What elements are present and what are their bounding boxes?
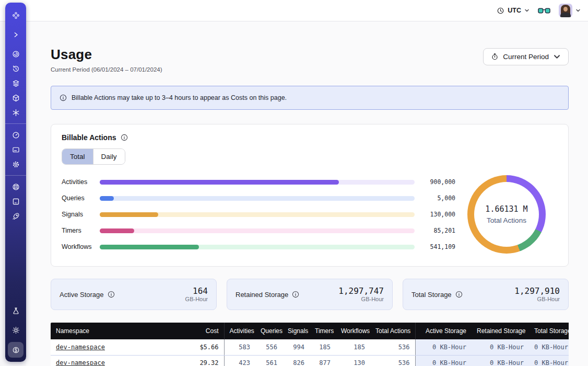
metric-cell: 536 (370, 339, 415, 355)
metric-cell: 185 (310, 339, 336, 355)
metric-cell: 185 (336, 339, 370, 355)
sidebar-item-usage[interactable] (8, 128, 23, 142)
page-subtitle: Current Period (06/01/2024 – 07/01/2024) (51, 66, 162, 73)
user-menu[interactable] (559, 4, 581, 17)
column-header-active-storage: Active Storage (415, 323, 472, 339)
layers-icon (11, 79, 20, 88)
bar-row-workflows: Workflows541,109 (62, 243, 455, 250)
chevron-down-icon (524, 8, 530, 13)
bar-track (100, 228, 415, 233)
sidebar-item-theme[interactable] (8, 323, 23, 337)
info-banner: Billable Actions may take up to 3–4 hour… (51, 86, 569, 110)
clock-icon (497, 7, 504, 15)
sidebar-item-settings[interactable] (8, 157, 23, 171)
storage-card-unit: GB-Hour (185, 296, 208, 302)
cost-cell: $5.66 (183, 339, 224, 355)
namespace-usage-table: NamespaceCostActivitiesQueriesSignalsTim… (51, 323, 569, 366)
sidebar-divider (5, 123, 26, 124)
main-content: Usage Current Period (06/01/2024 – 07/01… (26, 21, 588, 366)
sidebar-item-schedules[interactable] (8, 61, 23, 76)
table-row: dev-namespace$5.665835569941851855360 KB… (51, 339, 569, 355)
sun-icon (11, 326, 20, 335)
bar-row-activities: Activities900,000 (62, 178, 455, 186)
bar-row-queries: Queries5,000 (62, 195, 455, 202)
feedback-button[interactable] (538, 7, 550, 15)
sidebar-item-costs[interactable] (8, 342, 23, 358)
storage-card-label: Retained Storage (236, 291, 288, 299)
bar-fill (100, 180, 339, 185)
namespaces-icon (11, 50, 20, 59)
namespace-link[interactable]: dev-namespace (56, 344, 105, 351)
column-header-total-actions: Total Actions (370, 323, 415, 339)
column-header-namespace: Namespace (51, 323, 183, 339)
bar-label: Timers (62, 227, 100, 234)
storage-cards-row: Active Storage164GB-HourRetained Storage… (51, 279, 569, 310)
period-selector-label: Current Period (503, 53, 549, 61)
chevron-down-icon (575, 8, 581, 13)
namespace-usage-table-wrap: NamespaceCostActivitiesQueriesSignalsTim… (51, 323, 569, 366)
storage-card-label: Total Storage (411, 291, 452, 299)
table-row: dev-namespace29.324235618268771305360 KB… (51, 355, 569, 366)
metric-cell: 536 (370, 355, 415, 366)
glasses-icon (538, 7, 550, 15)
metric-cell: 556 (255, 339, 283, 355)
bar-row-signals: Signals130,000 (62, 211, 455, 218)
bar-label: Activities (62, 178, 100, 186)
info-icon (60, 94, 67, 101)
tab-total[interactable]: Total (62, 149, 93, 164)
info-icon[interactable] (455, 291, 463, 298)
sidebar-item-home[interactable] (8, 8, 23, 22)
storage-card-value: 1,297,747 (338, 287, 384, 296)
sidebar-item-billing[interactable] (8, 142, 23, 157)
tab-daily[interactable]: Daily (93, 149, 125, 164)
column-header-workflows: Workflows (336, 323, 370, 339)
bar-track (100, 196, 415, 201)
info-icon[interactable] (108, 291, 115, 298)
chevron-right-icon (11, 30, 20, 39)
period-selector-button[interactable]: Current Period (483, 48, 569, 65)
sidebar-item-lab[interactable] (8, 303, 23, 318)
storage-card-value: 164 (185, 287, 208, 296)
bar-track (100, 212, 415, 217)
card-icon (11, 145, 20, 154)
billable-actions-title: Billable Actions (62, 133, 116, 142)
storage-card-label: Active Storage (60, 291, 104, 299)
top-bar: UTC (0, 0, 588, 21)
sidebar-item-deployments[interactable] (8, 76, 23, 90)
metric-cell: 826 (283, 355, 310, 366)
sidebar-item-expand[interactable] (8, 27, 23, 42)
column-header-cost: Cost (183, 323, 224, 339)
column-header-activities: Activities (224, 323, 255, 339)
metric-cell: 130 (336, 355, 370, 366)
info-icon[interactable] (121, 134, 128, 141)
bar-fill (100, 228, 134, 233)
metric-cell: 994 (283, 339, 310, 355)
sidebar-item-getting-started[interactable] (8, 209, 23, 223)
timezone-selector[interactable]: UTC (497, 7, 530, 15)
total-actions-donut: 1.66131 M Total Actions (467, 175, 546, 254)
gauge-icon (11, 131, 20, 140)
chevron-down-icon (553, 53, 561, 61)
column-header-timers: Timers (310, 323, 336, 339)
column-header-retained-storage: Retained Storage (472, 323, 529, 339)
column-header-signals: Signals (283, 323, 310, 339)
bar-value: 5,000 (423, 195, 455, 202)
bar-row-timers: Timers85,201 (62, 227, 455, 234)
sidebar-item-docs[interactable] (8, 194, 23, 209)
storage-cell: 0 KB-Hour (529, 339, 569, 355)
sidebar-item-namespaces[interactable] (8, 47, 23, 61)
sidebar-item-workflows[interactable] (8, 90, 23, 105)
sidebar-item-nexus[interactable] (8, 105, 23, 120)
storage-card-retained-storage: Retained Storage1,297,747GB-Hour (227, 279, 393, 310)
info-icon[interactable] (292, 291, 299, 298)
bar-label: Workflows (62, 243, 100, 250)
namespace-link[interactable]: dev-namespace (56, 359, 105, 366)
flask-icon (11, 306, 20, 315)
column-header-total-storage: Total Storage (529, 323, 569, 339)
stopwatch-icon (491, 53, 499, 61)
sidebar-item-support[interactable] (8, 179, 23, 194)
storage-cell: 0 KB-Hour (529, 355, 569, 366)
storage-cell: 0 KB-Hour (415, 339, 472, 355)
bar-value: 900,000 (423, 178, 455, 186)
rocket-icon (11, 212, 20, 221)
